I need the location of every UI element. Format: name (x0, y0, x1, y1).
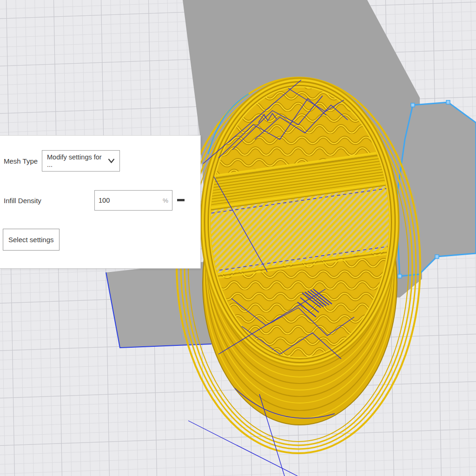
mesh-type-value: Modify settings for ... (47, 153, 105, 168)
infill-density-row: Infill Density % (4, 190, 200, 211)
mesh-type-dropdown[interactable]: Modify settings for ... (42, 150, 120, 172)
infill-density-input[interactable] (95, 197, 163, 204)
infill-density-unit: % (163, 197, 172, 204)
minus-icon[interactable] (177, 199, 185, 201)
chevron-down-icon (108, 159, 115, 163)
infill-density-label: Infill Density (4, 190, 41, 211)
infill-density-field[interactable]: % (94, 190, 172, 211)
select-settings-button[interactable]: Select settings (3, 229, 60, 251)
modifier-plate-left[interactable] (106, 261, 212, 348)
mesh-type-row: Mesh Type Modify settings for ... (4, 150, 200, 172)
per-model-settings-panel: Mesh Type Modify settings for ... Infill… (0, 135, 201, 269)
mesh-type-label: Mesh Type (4, 150, 38, 172)
